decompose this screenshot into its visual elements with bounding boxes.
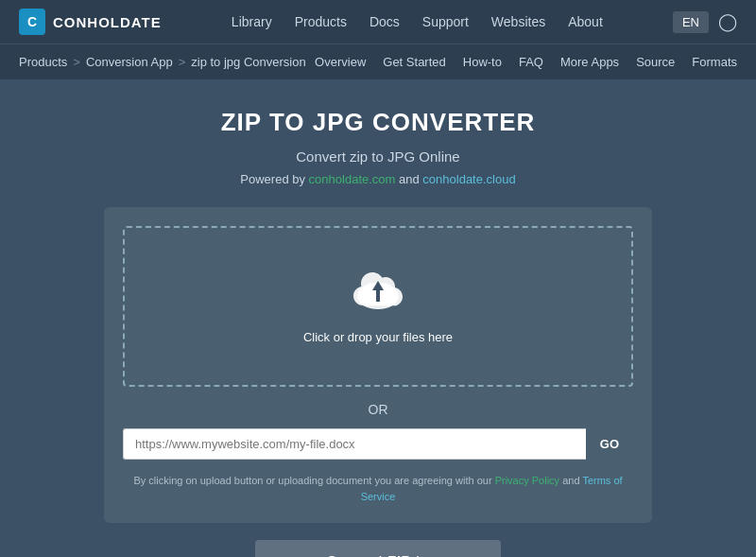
subnav-how-to[interactable]: How-to — [463, 55, 502, 69]
nav-websites[interactable]: Websites — [491, 14, 545, 29]
disclaimer: By clicking on upload button or uploadin… — [123, 473, 633, 504]
breadcrumb-separator-1: > — [73, 55, 80, 69]
drop-zone[interactable]: Click or drop your files here — [123, 226, 633, 387]
subnav-more-apps[interactable]: More Apps — [560, 55, 619, 69]
nav-support[interactable]: Support — [422, 14, 469, 29]
language-button[interactable]: EN — [673, 11, 709, 33]
powered-by-link2[interactable]: conholdate.cloud — [422, 172, 515, 186]
logo-area: C CONHOLDATE — [19, 9, 162, 35]
nav-right: EN ◯ — [673, 11, 737, 33]
or-divider: OR — [369, 402, 388, 417]
url-row: GO — [123, 428, 633, 460]
top-navigation: C CONHOLDATE Library Products Docs Suppo… — [0, 0, 756, 44]
go-button[interactable]: GO — [586, 428, 633, 460]
nav-about[interactable]: About — [568, 14, 603, 29]
breadcrumb-products[interactable]: Products — [19, 55, 67, 69]
nav-docs[interactable]: Docs — [369, 14, 400, 29]
upload-card: Click or drop your files here OR GO By c… — [104, 207, 652, 523]
breadcrumb-conversion-app[interactable]: Conversion App — [86, 55, 173, 69]
disclaimer-text: By clicking on upload button or uploadin… — [133, 475, 491, 486]
user-icon[interactable]: ◯ — [718, 11, 737, 32]
powered-by-link1[interactable]: conholdate.com — [309, 172, 396, 186]
subnav-formats[interactable]: Formats — [692, 55, 737, 69]
page-title: ZIP TO JPG CONVERTER — [221, 108, 536, 137]
subnav-source[interactable]: Source — [636, 55, 675, 69]
breadcrumb: Products > Conversion App > zip to jpg C… — [19, 55, 306, 69]
url-input[interactable] — [123, 428, 586, 460]
subnav-overview[interactable]: Overview — [315, 55, 366, 69]
nav-links: Library Products Docs Support Websites A… — [232, 14, 603, 29]
drop-zone-text: Click or drop your files here — [303, 330, 453, 344]
powered-by: Powered by conholdate.com and conholdate… — [240, 172, 515, 186]
breadcrumb-current: zip to jpg Conversion — [191, 55, 305, 69]
subnav-get-started[interactable]: Get Started — [383, 55, 445, 69]
breadcrumb-separator-2: > — [179, 55, 186, 69]
subtitle: Convert zip to JPG Online — [296, 148, 459, 165]
logo-icon: C — [19, 9, 45, 35]
convert-button[interactable]: Convert ZIP to JPG — [255, 540, 501, 557]
disclaimer-and: and — [562, 475, 579, 486]
subnav-faq[interactable]: FAQ — [519, 55, 543, 69]
cloud-upload-icon — [350, 270, 406, 321]
powered-by-and: and — [399, 172, 420, 186]
nav-library[interactable]: Library — [232, 14, 272, 29]
nav-products[interactable]: Products — [295, 14, 347, 29]
logo-text: CONHOLDATE — [53, 14, 162, 30]
sub-navigation: Overview Get Started How-to FAQ More App… — [315, 55, 737, 69]
powered-by-text: Powered by — [240, 172, 305, 186]
main-content: ZIP TO JPG CONVERTER Convert zip to JPG … — [0, 79, 756, 557]
breadcrumb-bar: Products > Conversion App > zip to jpg C… — [0, 44, 756, 79]
privacy-policy-link[interactable]: Privacy Policy — [495, 475, 559, 486]
